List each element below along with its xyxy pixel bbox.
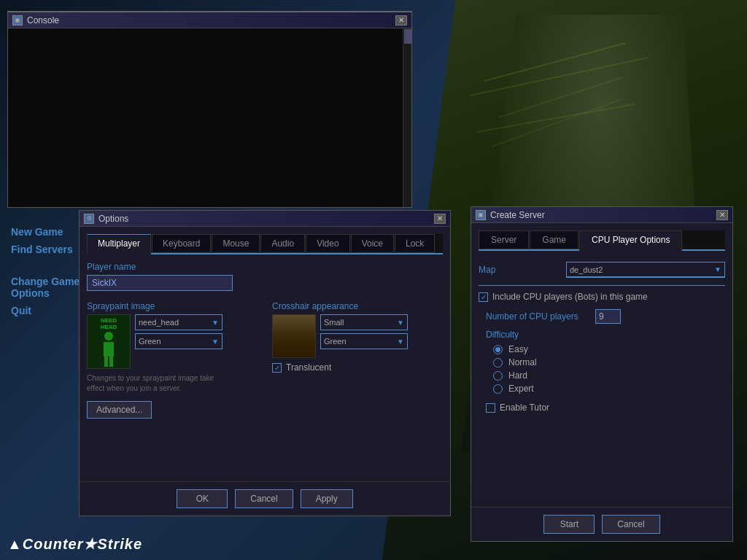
spray-color-dropdown[interactable]: Green ▼ <box>135 333 222 349</box>
num-players-input[interactable] <box>595 309 621 324</box>
console-close-button[interactable]: ✕ <box>395 15 407 26</box>
crosshair-dropdowns: Small ▼ Green ▼ <box>320 314 408 358</box>
tab-audio[interactable]: Audio <box>260 234 305 253</box>
crosshair-section: Crosshair appearance Small ▼ Green ▼ <box>272 301 443 377</box>
spraypaint-section: Spraypaint image NEEDHEAD <box>87 301 258 394</box>
console-body <box>8 28 411 207</box>
player-name-label: Player name <box>87 262 443 272</box>
difficulty-expert-label: Expert <box>508 384 534 394</box>
tab-mouse[interactable]: Mouse <box>212 234 260 253</box>
num-players-label: Number of CPU players <box>486 311 595 322</box>
enable-tutor-label: Enable Tutor <box>500 402 549 413</box>
difficulty-section: Difficulty Easy Normal Hard Expert <box>479 330 725 394</box>
create-server-icon: ▣ <box>476 210 486 220</box>
difficulty-normal-label: Normal <box>508 357 537 368</box>
include-bots-label: Include CPU players (Bots) in this game <box>492 292 648 302</box>
options-button-row: OK Cancel Apply <box>80 481 450 516</box>
spray-preview-container: NEEDHEAD <box>87 314 131 369</box>
map-field-row: Map de_dust2 ▼ <box>479 262 725 278</box>
spraypaint-label: Spraypaint image <box>87 301 258 311</box>
apply-button[interactable]: Apply <box>301 489 353 508</box>
cs-logo: ▲Counter★Strike <box>7 535 142 553</box>
crosshair-size-dropdown[interactable]: Small ▼ <box>320 314 408 330</box>
spray-color-value: Green <box>139 337 212 346</box>
include-bots-checkbox[interactable] <box>479 292 488 302</box>
map-label: Map <box>479 265 566 275</box>
enable-tutor-checkbox[interactable] <box>486 403 495 413</box>
server-cancel-button[interactable]: Cancel <box>602 515 659 534</box>
options-icon: ⚙ <box>84 214 94 224</box>
crosshair-row: Small ▼ Green ▼ <box>272 314 443 358</box>
console-title: Console <box>27 15 395 26</box>
divider-line <box>479 285 725 286</box>
tab-multiplayer[interactable]: Multiplayer <box>87 234 151 254</box>
console-icon: ▣ <box>12 15 23 26</box>
options-body: Multiplayer Keyboard Mouse Audio Video V… <box>80 227 450 426</box>
console-titlebar: ▣ Console ✕ <box>8 12 411 28</box>
server-tab-game[interactable]: Game <box>530 230 578 249</box>
enable-tutor-row: Enable Tutor <box>479 402 725 413</box>
sidebar-item-find-servers[interactable]: Find Servers <box>11 244 84 255</box>
start-button[interactable]: Start <box>543 515 595 534</box>
cancel-button[interactable]: Cancel <box>235 489 293 508</box>
sidebar-item-quit[interactable]: Quit <box>11 305 84 316</box>
player-name-input[interactable] <box>87 275 233 291</box>
server-button-row: Start Cancel <box>471 507 732 541</box>
spray-help-text: Changes to your spraypaint image take ef… <box>87 373 233 394</box>
crosshair-label: Crosshair appearance <box>272 301 443 311</box>
map-arrow: ▼ <box>714 265 721 273</box>
options-window: ⚙ Options ✕ Multiplayer Keyboard Mouse A… <box>79 210 451 516</box>
difficulty-easy-radio[interactable] <box>493 345 503 354</box>
server-tab-bar: Server Game CPU Player Options <box>479 230 725 251</box>
spray-legs <box>104 357 113 367</box>
cs-logo-text: ▲Counter★Strike <box>7 536 142 552</box>
form-row-spray-crosshair: Spraypaint image NEEDHEAD <box>87 301 443 394</box>
difficulty-easy-label: Easy <box>508 344 528 354</box>
difficulty-easy-row: Easy <box>486 344 725 354</box>
difficulty-hard-row: Hard <box>486 370 725 381</box>
map-dropdown[interactable]: de_dust2 ▼ <box>566 262 725 278</box>
crosshair-color-dropdown[interactable]: Green ▼ <box>320 333 408 349</box>
advanced-button[interactable]: Advanced... <box>87 401 152 419</box>
create-server-title: Create Server <box>490 210 716 220</box>
options-close-button[interactable]: ✕ <box>434 214 446 224</box>
options-titlebar: ⚙ Options ✕ <box>80 211 450 227</box>
difficulty-expert-row: Expert <box>486 384 725 394</box>
spray-preview: NEEDHEAD <box>87 314 131 369</box>
difficulty-normal-row: Normal <box>486 357 725 368</box>
include-bots-row: Include CPU players (Bots) in this game <box>479 292 725 302</box>
spray-figure <box>104 332 114 367</box>
console-scrollbar-thumb[interactable] <box>404 29 411 44</box>
spray-name-dropdown[interactable]: need_head ▼ <box>135 314 222 330</box>
console-scrollbar[interactable] <box>403 28 411 207</box>
ok-button[interactable]: OK <box>177 489 228 508</box>
difficulty-hard-label: Hard <box>508 370 527 381</box>
sidebar-item-new-game[interactable]: New Game <box>11 226 84 238</box>
create-server-close-button[interactable]: ✕ <box>716 210 728 220</box>
translucent-checkbox[interactable] <box>272 363 282 373</box>
crosshair-color-value: Green <box>324 337 397 346</box>
crosshair-color-arrow: ▼ <box>397 338 404 346</box>
sidebar-item-change-options[interactable]: Change Game Options <box>11 276 84 299</box>
num-players-row: Number of CPU players <box>479 309 725 324</box>
tab-video[interactable]: Video <box>306 234 349 253</box>
crosshair-size-value: Small <box>324 318 397 327</box>
spray-text: NEEDHEAD <box>101 317 117 330</box>
server-tab-cpu-players[interactable]: CPU Player Options <box>579 230 682 251</box>
crosshair-size-arrow: ▼ <box>397 319 404 327</box>
difficulty-hard-radio[interactable] <box>493 371 503 381</box>
difficulty-expert-radio[interactable] <box>493 384 503 394</box>
spray-name-arrow: ▼ <box>212 319 219 327</box>
tab-voice[interactable]: Voice <box>351 234 394 253</box>
spray-leg-left <box>104 357 108 367</box>
difficulty-label: Difficulty <box>486 330 725 340</box>
tab-keyboard[interactable]: Keyboard <box>152 234 211 253</box>
options-tab-bar: Multiplayer Keyboard Mouse Audio Video V… <box>87 234 443 254</box>
tab-lock[interactable]: Lock <box>395 234 435 253</box>
options-title: Options <box>98 214 434 224</box>
crosshair-preview-img <box>273 315 315 357</box>
server-tab-server[interactable]: Server <box>479 230 529 249</box>
difficulty-normal-radio[interactable] <box>493 358 503 368</box>
spray-color-arrow: ▼ <box>212 338 219 346</box>
create-server-window: ▣ Create Server ✕ Server Game CPU Player… <box>471 206 733 542</box>
